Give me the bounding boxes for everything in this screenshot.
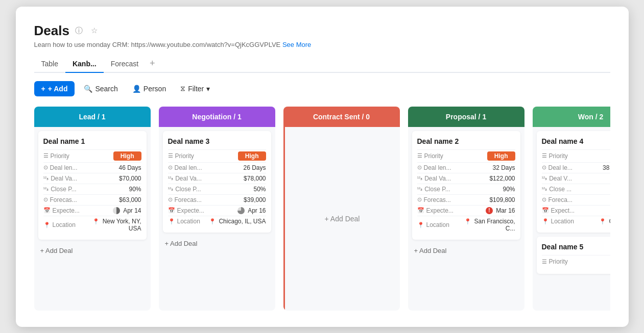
num2-icon: ¹²₃ bbox=[43, 186, 49, 192]
deal3-name: Deal name 3 bbox=[168, 137, 266, 145]
filter-icon: ⧖ bbox=[180, 84, 185, 93]
deal5-name: Deal name 5 bbox=[542, 243, 610, 251]
deal3-priority-badge: High bbox=[238, 151, 266, 161]
deal4-expected-label: 📅 Expect... bbox=[542, 207, 579, 214]
loc2-icon: 📍 bbox=[168, 218, 175, 225]
deal2-location-label: 📍 Location bbox=[417, 221, 454, 228]
add-deal-lead[interactable]: + Add Deal bbox=[38, 244, 147, 258]
deal1-priority-badge: High bbox=[113, 151, 141, 161]
deal3-dealval-label: ¹²₃ Deal Va... bbox=[168, 175, 205, 182]
deal2-expected-label: 📅 Expecte... bbox=[417, 207, 454, 214]
col-proposal-header: Proposal / 1 bbox=[408, 107, 524, 127]
filter-button[interactable]: ⧖ Filter ▾ bbox=[175, 81, 215, 96]
deal2-dealval-label: ¹²₃ Deal Va... bbox=[417, 175, 454, 182]
deal3-dealval-value: $78,000 bbox=[244, 175, 266, 182]
clock2-icon: ⊙ bbox=[168, 164, 173, 171]
add-deal-contract[interactable]: + Add Deal bbox=[323, 212, 362, 226]
deal1-dealval-label: ¹²₃ Deal Va... bbox=[43, 175, 80, 182]
deal3-deallen-row: ⊙ Deal len... 26 Days bbox=[168, 162, 266, 173]
deal5-priority-row: ☰ Priority Low bbox=[542, 255, 610, 268]
deal1-deallen-row: ⊙ Deal len... 46 Days bbox=[43, 162, 141, 173]
card-deal3: Deal name 3 ☰ Priority High ⊙ Deal len..… bbox=[163, 131, 271, 233]
search-button[interactable]: 🔍 Search bbox=[79, 82, 123, 96]
deal1-name: Deal name 1 bbox=[43, 137, 141, 145]
deal1-deallen-value: 46 Days bbox=[118, 164, 141, 171]
deal1-forecast-row: ⊙ Forecas... $63,000 bbox=[43, 194, 141, 205]
page-header: Deals ⓘ ☆ Learn how to use monday CRM: h… bbox=[34, 23, 610, 48]
clock4-icon: ⊙ bbox=[542, 164, 546, 171]
deal3-expected-value: Apr 16 bbox=[237, 207, 266, 215]
deal1-location-row: 📍 Location 📍 New York, NY, USA bbox=[43, 216, 141, 234]
add-button[interactable]: + + Add bbox=[34, 81, 75, 96]
loc-icon: 📍 bbox=[43, 222, 51, 228]
deal3-closep-label: ¹²₃ Close P... bbox=[168, 186, 205, 193]
deal2-expected-value: ! Mar 16 bbox=[486, 207, 515, 215]
plus-icon: + bbox=[41, 85, 45, 93]
rows2-icon: ☰ bbox=[168, 152, 173, 159]
deal3-forecast-row: ⊙ Forecas... $39,000 bbox=[168, 194, 266, 205]
deal2-name: Deal name 2 bbox=[417, 137, 515, 145]
rows3-icon: ☰ bbox=[417, 152, 422, 159]
deal1-dealval-row: ¹²₃ Deal Va... $70,000 bbox=[43, 173, 141, 184]
num5-icon: ¹²₃ bbox=[417, 175, 423, 181]
rows-icon: ☰ bbox=[43, 152, 49, 159]
person-button[interactable]: 👤 Person bbox=[127, 82, 171, 96]
deal2-deallen-value: 32 Days bbox=[492, 164, 515, 171]
num6-icon: ¹²₃ bbox=[417, 186, 423, 192]
person-icon: 👤 bbox=[132, 85, 141, 93]
deal3-closep-row: ¹²₃ Close P... 50% bbox=[168, 184, 266, 194]
circle3-icon: ⊙ bbox=[417, 196, 422, 203]
col-contract-header: Contract Sent / 0 bbox=[283, 107, 400, 127]
num4-icon: ¹²₃ bbox=[168, 186, 174, 192]
cal3-icon: 📅 bbox=[417, 207, 424, 214]
search-icon: 🔍 bbox=[84, 85, 92, 93]
add-deal-proposal[interactable]: + Add Deal bbox=[412, 244, 520, 258]
deal3-deallen-label: ⊙ Deal len... bbox=[168, 164, 205, 171]
card-deal4: Deal name 4 ☰ Priority Low ⊙ Deal le... bbox=[537, 131, 610, 233]
deal4-expected-row: 📅 Expect... ✓ Feb 27 bbox=[542, 205, 610, 216]
card-deal2: Deal name 2 ☰ Priority High ⊙ Deal len..… bbox=[412, 131, 520, 240]
deal1-forecast-label: ⊙ Forecas... bbox=[43, 196, 80, 203]
num8-icon: ¹²₃ bbox=[542, 186, 547, 192]
deal2-deallen-row: ⊙ Deal len... 32 Days bbox=[417, 162, 515, 173]
page-title: Deals bbox=[34, 23, 69, 39]
col-contract-body: + Add Deal bbox=[283, 127, 400, 311]
card-deal5: Deal name 5 ☰ Priority Low bbox=[537, 237, 610, 274]
col-negotiation: Negotiation / 1 Deal name 3 ☰ Priority H… bbox=[159, 107, 275, 311]
half-dot-icon bbox=[113, 207, 120, 214]
tab-table[interactable]: Table bbox=[34, 56, 65, 73]
deal4-deallen-label: ⊙ Deal le... bbox=[542, 164, 579, 171]
deal2-location-value: 📍 San Francisco, C... bbox=[454, 218, 515, 232]
chevron-down-icon: ▾ bbox=[206, 85, 210, 93]
tab-forecast[interactable]: Forecast bbox=[104, 56, 146, 73]
clock-icon: ⊙ bbox=[43, 164, 48, 171]
add-deal-negotiation[interactable]: + Add Deal bbox=[163, 237, 271, 250]
num-icon: ¹²₃ bbox=[43, 175, 49, 181]
circle2-icon: ⊙ bbox=[168, 196, 173, 203]
col-lead-header: Lead / 1 bbox=[34, 107, 151, 127]
deal3-forecast-label: ⊙ Forecas... bbox=[168, 196, 205, 203]
deal2-deallen-label: ⊙ Deal len... bbox=[417, 164, 454, 171]
rows4-icon: ☰ bbox=[542, 152, 547, 159]
tab-add-button[interactable]: + bbox=[146, 56, 159, 71]
num3-icon: ¹²₃ bbox=[168, 175, 174, 181]
col-won-header: Won / 2 bbox=[533, 107, 610, 127]
clock3-icon: ⊙ bbox=[417, 164, 422, 171]
see-more-link[interactable]: See More bbox=[282, 41, 311, 48]
info-icon[interactable]: ⓘ bbox=[74, 25, 85, 36]
star-icon[interactable]: ☆ bbox=[89, 25, 100, 36]
num7-icon: ¹²₃ bbox=[542, 175, 547, 181]
circle4-icon: ⊙ bbox=[542, 196, 546, 203]
deal4-forecast-row: ⊙ Foreca... $119,000 bbox=[542, 194, 610, 205]
deal1-dealval-value: $70,000 bbox=[119, 175, 141, 182]
rows5-icon: ☰ bbox=[542, 259, 547, 265]
tab-kanban[interactable]: Kanb... bbox=[65, 56, 104, 73]
col-contract: Contract Sent / 0 + Add Deal bbox=[283, 107, 400, 311]
deal1-expected-label: 📅 Expecte... bbox=[43, 207, 80, 214]
deal1-closep-label: ¹²₃ Close P... bbox=[43, 186, 80, 193]
circle-icon: ⊙ bbox=[43, 196, 48, 203]
col-won-body: Deal name 4 ☰ Priority Low ⊙ Deal le... bbox=[533, 127, 610, 311]
deal2-forecast-row: ⊙ Forecas... $109,800 bbox=[417, 194, 515, 205]
deal4-forecast-label: ⊙ Foreca... bbox=[542, 196, 579, 203]
deal3-dealval-row: ¹²₃ Deal Va... $78,000 bbox=[168, 173, 266, 184]
